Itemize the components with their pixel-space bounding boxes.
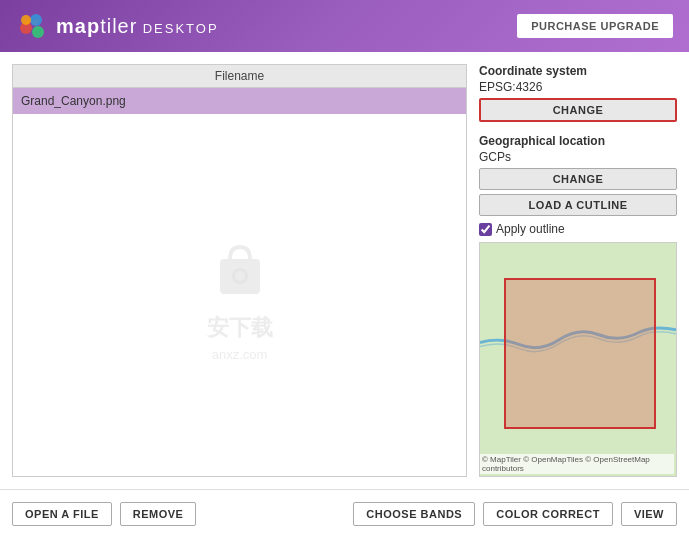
remove-button[interactable]: REMOVE [120, 502, 197, 526]
file-table-header: Filename [13, 65, 466, 88]
map-overlay-rectangle [504, 278, 657, 429]
logo-area: maptiler DESKTOP [16, 10, 219, 42]
geographical-section: Geographical location GCPs CHANGE LOAD A… [479, 134, 677, 236]
action-bar: OPEN A FILE REMOVE CHOOSE BANDS COLOR CO… [0, 489, 689, 537]
file-row[interactable]: Grand_Canyon.png [13, 88, 466, 114]
coordinate-section: Coordinate system EPSG:4326 CHANGE [479, 64, 677, 122]
purchase-upgrade-button[interactable]: PURCHASE UPGRADE [517, 14, 673, 38]
open-file-button[interactable]: OPEN A FILE [12, 502, 112, 526]
watermark-text: 安下载 [207, 313, 273, 343]
map-attribution: © MapTiler © OpenMapTiles © OpenStreetMa… [480, 454, 674, 474]
logo-desktop: DESKTOP [143, 21, 219, 36]
load-cutline-button[interactable]: LOAD A CUTLINE [479, 194, 677, 216]
logo-text-group: maptiler DESKTOP [56, 15, 219, 38]
apply-outline-label: Apply outline [496, 222, 565, 236]
right-panel: Coordinate system EPSG:4326 CHANGE Geogr… [479, 64, 677, 477]
apply-outline-checkbox[interactable] [479, 223, 492, 236]
svg-point-7 [235, 271, 245, 281]
choose-bands-button[interactable]: CHOOSE BANDS [353, 502, 475, 526]
watermark: 安下载 anxz.com [200, 229, 280, 362]
watermark-sub: anxz.com [212, 347, 268, 362]
change-geo-button[interactable]: CHANGE [479, 168, 677, 190]
apply-outline-row: Apply outline [479, 222, 677, 236]
logo-text: maptiler [56, 15, 137, 37]
color-correct-button[interactable]: COLOR CORRECT [483, 502, 613, 526]
main-content: Filename Grand_Canyon.png 安下载 anxz.com C… [0, 52, 689, 489]
coordinate-system-value: EPSG:4326 [479, 80, 677, 94]
bag-icon [200, 229, 280, 309]
gcps-label: GCPs [479, 150, 677, 164]
app-header: maptiler DESKTOP PURCHASE UPGRADE [0, 0, 689, 52]
view-button[interactable]: VIEW [621, 502, 677, 526]
svg-point-2 [30, 14, 42, 26]
maptiler-logo-icon [16, 10, 48, 42]
file-panel: Filename Grand_Canyon.png 安下载 anxz.com [12, 64, 467, 477]
change-coordinate-button[interactable]: CHANGE [479, 98, 677, 122]
svg-point-4 [21, 15, 31, 25]
file-preview-area: 安下载 anxz.com [13, 114, 466, 476]
map-preview: © MapTiler © OpenMapTiles © OpenStreetMa… [479, 242, 677, 477]
geographical-label: Geographical location [479, 134, 677, 148]
coordinate-system-label: Coordinate system [479, 64, 677, 78]
svg-point-3 [32, 26, 44, 38]
